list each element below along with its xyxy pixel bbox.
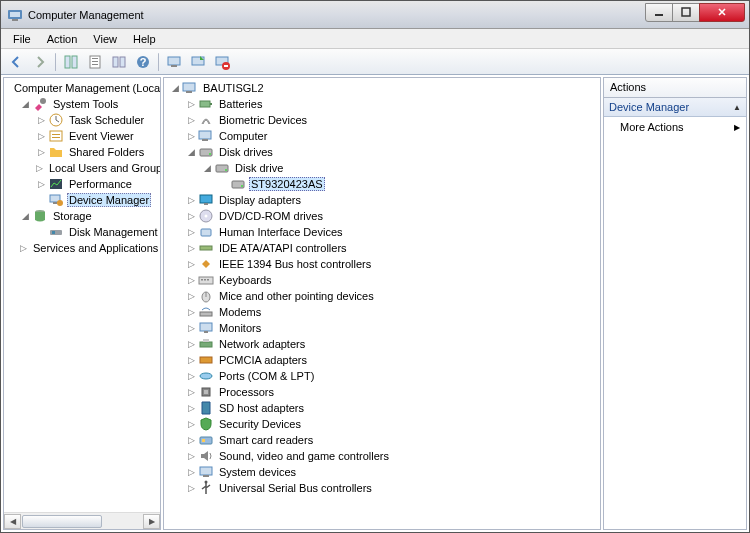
device-security[interactable]: ▷Security Devices xyxy=(166,416,600,432)
close-button[interactable] xyxy=(699,3,745,22)
expand-icon[interactable]: ▷ xyxy=(186,115,197,126)
device-modems[interactable]: ▷Modems xyxy=(166,304,600,320)
expand-icon[interactable]: ▷ xyxy=(186,371,197,382)
scroll-right-button[interactable]: ▶ xyxy=(143,514,160,529)
expand-icon[interactable]: ▷ xyxy=(186,419,197,430)
collapse-icon[interactable]: ◢ xyxy=(20,211,31,222)
device-mice[interactable]: ▷Mice and other pointing devices xyxy=(166,288,600,304)
expand-icon[interactable]: ▷ xyxy=(186,387,197,398)
expand-icon[interactable]: ▷ xyxy=(186,291,197,302)
scan-button[interactable] xyxy=(163,51,185,73)
device-hid[interactable]: ▷Human Interface Devices xyxy=(166,224,600,240)
minimize-button[interactable] xyxy=(645,3,673,22)
scroll-track[interactable] xyxy=(21,514,143,529)
horizontal-scrollbar[interactable]: ◀ ▶ xyxy=(4,512,160,529)
device-system[interactable]: ▷System devices xyxy=(166,464,600,480)
device-tree[interactable]: ◢BAUTISGL2▷Batteries▷Biometric Devices▷C… xyxy=(164,78,600,498)
uninstall-button[interactable] xyxy=(211,51,233,73)
scroll-thumb[interactable] xyxy=(22,515,102,528)
device-batteries[interactable]: ▷Batteries xyxy=(166,96,600,112)
actions-section[interactable]: Device Manager ▲ xyxy=(604,98,746,117)
tree-performance[interactable]: ▷Performance xyxy=(6,176,160,192)
device-label: BAUTISGL2 xyxy=(201,82,266,94)
device-pcmcia[interactable]: ▷PCMCIA adapters xyxy=(166,352,600,368)
expand-icon[interactable]: ▷ xyxy=(186,355,197,366)
device-keyboards[interactable]: ▷Keyboards xyxy=(166,272,600,288)
device-sound[interactable]: ▷Sound, video and game controllers xyxy=(166,448,600,464)
expand-icon[interactable]: ▷ xyxy=(186,403,197,414)
expand-icon[interactable]: ▷ xyxy=(186,323,197,334)
tree-shared-folders[interactable]: ▷Shared Folders xyxy=(6,144,160,160)
menu-help[interactable]: Help xyxy=(125,31,164,47)
device-disk-drive[interactable]: ◢Disk drive xyxy=(166,160,600,176)
console-tree[interactable]: Computer Management (Local ◢System Tools… xyxy=(4,78,160,512)
collapse-icon[interactable]: ◢ xyxy=(202,163,213,174)
expand-icon[interactable]: ▷ xyxy=(186,307,197,318)
collapse-icon[interactable]: ◢ xyxy=(20,99,31,110)
device-smartcard[interactable]: ▷Smart card readers xyxy=(166,432,600,448)
show-hide-button[interactable] xyxy=(60,51,82,73)
scroll-left-button[interactable]: ◀ xyxy=(4,514,21,529)
tree-event-viewer[interactable]: ▷Event Viewer xyxy=(6,128,160,144)
tree-system-tools[interactable]: ◢System Tools xyxy=(6,96,160,112)
menu-file[interactable]: File xyxy=(5,31,39,47)
tree-services-apps[interactable]: ▷Services and Applications xyxy=(6,240,160,256)
back-button[interactable] xyxy=(5,51,27,73)
more-actions-item[interactable]: More Actions ▶ xyxy=(604,117,746,137)
collapse-icon[interactable]: ◢ xyxy=(170,83,181,94)
device-ieee1394[interactable]: ▷IEEE 1394 Bus host controllers xyxy=(166,256,600,272)
expand-icon[interactable]: ▷ xyxy=(186,467,197,478)
sd-icon xyxy=(198,400,214,416)
device-display[interactable]: ▷Display adapters xyxy=(166,192,600,208)
properties-button[interactable] xyxy=(84,51,106,73)
expand-icon[interactable]: ▷ xyxy=(186,227,197,238)
device-selected-disk[interactable]: ST9320423AS xyxy=(166,176,600,192)
expand-icon[interactable]: ▷ xyxy=(186,275,197,286)
forward-button[interactable] xyxy=(29,51,51,73)
tree-device-manager[interactable]: Device Manager xyxy=(6,192,160,208)
expand-icon[interactable]: ▷ xyxy=(186,483,197,494)
device-ports[interactable]: ▷Ports (COM & LPT) xyxy=(166,368,600,384)
device-dvd[interactable]: ▷DVD/CD-ROM drives xyxy=(166,208,600,224)
expand-icon[interactable]: ▷ xyxy=(186,435,197,446)
maximize-button[interactable] xyxy=(672,3,700,22)
device-disk-drives[interactable]: ◢Disk drives xyxy=(166,144,600,160)
expand-icon[interactable]: ▷ xyxy=(186,259,197,270)
tree-root[interactable]: Computer Management (Local xyxy=(6,80,160,96)
tree-storage[interactable]: ◢Storage xyxy=(6,208,160,224)
device-usb[interactable]: ▷Universal Serial Bus controllers xyxy=(166,480,600,496)
tree-local-users[interactable]: ▷Local Users and Groups xyxy=(6,160,160,176)
expand-icon[interactable]: ▷ xyxy=(36,131,47,142)
expand-icon[interactable]: ▷ xyxy=(36,147,47,158)
device-sd[interactable]: ▷SD host adapters xyxy=(166,400,600,416)
device-processors[interactable]: ▷Processors xyxy=(166,384,600,400)
device-biometric[interactable]: ▷Biometric Devices xyxy=(166,112,600,128)
export-button[interactable] xyxy=(108,51,130,73)
expand-icon[interactable]: ▷ xyxy=(186,243,197,254)
expand-icon[interactable]: ▷ xyxy=(36,163,43,174)
expand-icon[interactable]: ▷ xyxy=(186,451,197,462)
menu-action[interactable]: Action xyxy=(39,31,86,47)
device-monitors[interactable]: ▷Monitors xyxy=(166,320,600,336)
device-label: Human Interface Devices xyxy=(217,226,345,238)
update-button[interactable] xyxy=(187,51,209,73)
device-network[interactable]: ▷Network adapters xyxy=(166,336,600,352)
tree-task-scheduler[interactable]: ▷Task Scheduler xyxy=(6,112,160,128)
expand-icon[interactable]: ▷ xyxy=(186,99,197,110)
tree-disk-management[interactable]: Disk Management xyxy=(6,224,160,240)
expand-icon[interactable]: ▷ xyxy=(20,243,27,254)
expand-icon[interactable]: ▷ xyxy=(186,339,197,350)
expand-icon[interactable]: ▷ xyxy=(36,179,47,190)
svg-rect-15 xyxy=(168,57,180,65)
expand-icon[interactable]: ▷ xyxy=(36,115,47,126)
device-computer[interactable]: ▷Computer xyxy=(166,128,600,144)
expand-icon[interactable]: ▷ xyxy=(186,131,197,142)
device-ide[interactable]: ▷IDE ATA/ATAPI controllers xyxy=(166,240,600,256)
collapse-icon[interactable]: ◢ xyxy=(186,147,197,158)
expand-icon[interactable]: ▷ xyxy=(186,195,197,206)
device-root[interactable]: ◢BAUTISGL2 xyxy=(166,80,600,96)
expand-icon[interactable]: ▷ xyxy=(186,211,197,222)
menu-view[interactable]: View xyxy=(85,31,125,47)
help-button[interactable]: ? xyxy=(132,51,154,73)
svg-rect-10 xyxy=(92,64,98,65)
